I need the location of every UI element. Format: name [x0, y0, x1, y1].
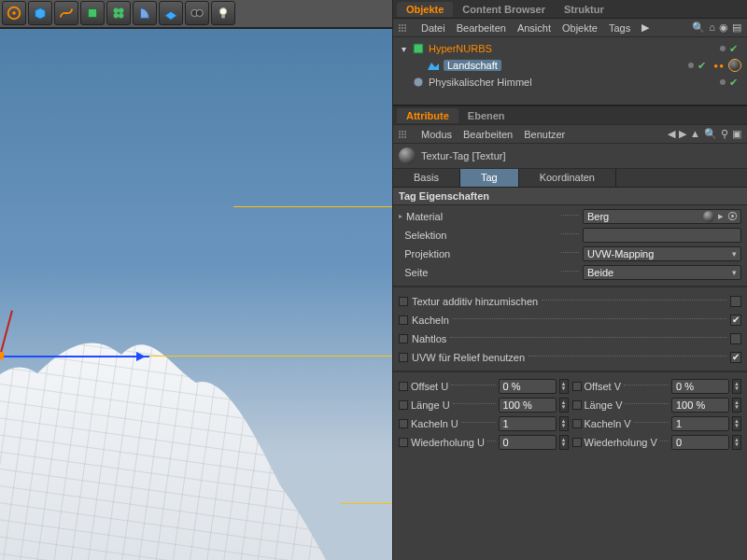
deformer-button[interactable]: [133, 1, 157, 25]
tree-label[interactable]: Physikalischer Himmel: [429, 77, 559, 88]
menu-user[interactable]: Benutzer: [524, 129, 565, 140]
anim-checkbox[interactable]: [572, 438, 582, 447]
anim-checkbox[interactable]: [572, 419, 582, 428]
rep-v-field[interactable]: 0: [671, 435, 729, 450]
spinner[interactable]: ▲▼: [559, 379, 569, 394]
spinner[interactable]: ▲▼: [732, 435, 741, 450]
rep-u-field[interactable]: 0: [499, 435, 557, 450]
anim-checkbox[interactable]: [399, 419, 408, 428]
object-tree[interactable]: ▾ HyperNURBS ✔ Landschaft ✔ ●● Physikali…: [393, 37, 747, 105]
search-icon[interactable]: 🔍: [704, 128, 717, 140]
spinner[interactable]: ▲▼: [732, 379, 741, 394]
material-picker-icon[interactable]: ▸: [716, 210, 726, 222]
anim-checkbox[interactable]: [399, 353, 408, 362]
length-u-field[interactable]: 100 %: [499, 398, 557, 413]
tile-checkbox[interactable]: ✔: [730, 315, 741, 326]
menu-edit[interactable]: Bearbeiten: [457, 22, 506, 34]
axis-gizmo-x[interactable]: [0, 356, 149, 357]
svg-rect-10: [221, 15, 225, 19]
anim-checkbox[interactable]: [399, 297, 408, 306]
search-icon[interactable]: 🔍: [692, 21, 705, 34]
offset-v-field[interactable]: 0 %: [671, 379, 729, 394]
tree-label[interactable]: Landschaft: [444, 60, 501, 71]
tab-attribute[interactable]: Attribute: [397, 108, 458, 123]
spinner[interactable]: ▲▼: [732, 398, 741, 413]
nurbs-button[interactable]: [80, 1, 105, 25]
enable-check-icon[interactable]: ✔: [698, 60, 706, 72]
selection-field[interactable]: [583, 228, 741, 243]
tile-v-field[interactable]: 1: [671, 416, 729, 431]
panel-drag-handle[interactable]: [399, 24, 408, 32]
seamless-checkbox[interactable]: [730, 333, 741, 344]
cube-primitive-button[interactable]: [28, 1, 52, 25]
home-icon[interactable]: ⌂: [709, 21, 715, 34]
anim-checkbox[interactable]: [572, 400, 582, 410]
anim-checkbox[interactable]: [399, 400, 408, 410]
offset-u-field[interactable]: 0 %: [499, 379, 557, 394]
enable-check-icon[interactable]: ✔: [729, 77, 738, 89]
menu-edit[interactable]: Bearbeiten: [463, 129, 513, 140]
anim-checkbox[interactable]: [399, 334, 408, 343]
spinner[interactable]: ▲▼: [559, 398, 569, 413]
length-v-field[interactable]: 100 %: [671, 398, 729, 413]
new-window-icon[interactable]: ▣: [732, 128, 741, 140]
spinner[interactable]: ▲▼: [559, 435, 569, 450]
label-length-u: Länge U: [411, 399, 450, 411]
anim-checkbox[interactable]: [399, 438, 408, 447]
side-dropdown[interactable]: Beide: [583, 265, 741, 280]
menu-file[interactable]: Datei: [421, 22, 445, 34]
menu-objects[interactable]: Objekte: [562, 22, 598, 34]
visibility-dot[interactable]: [720, 46, 726, 51]
lock-icon[interactable]: ⚲: [721, 128, 728, 140]
projection-dropdown[interactable]: UVW-Mapping: [583, 246, 741, 261]
anim-checkbox[interactable]: [572, 382, 582, 391]
expand-toggle[interactable]: ▾: [399, 44, 408, 54]
texture-tag-icon[interactable]: [728, 59, 741, 72]
floor-button[interactable]: [159, 1, 183, 25]
visibility-dot[interactable]: [720, 79, 726, 85]
svg-point-9: [219, 8, 226, 15]
tile-u-field[interactable]: 1: [499, 416, 557, 431]
tree-row-sky[interactable]: Physikalischer Himmel ✔: [399, 74, 741, 91]
menu-icon[interactable]: ▤: [732, 21, 741, 34]
render-settings-button[interactable]: [2, 1, 26, 25]
label-seamless: Nahtlos: [412, 333, 446, 344]
material-field[interactable]: Berg ▸ ⦿: [583, 209, 741, 224]
array-button[interactable]: [106, 1, 131, 25]
subtab-tag[interactable]: Tag: [460, 169, 519, 187]
visibility-dot[interactable]: [688, 63, 694, 68]
material-goto-icon[interactable]: ⦿: [727, 211, 737, 222]
subtab-basis[interactable]: Basis: [393, 169, 460, 187]
tree-row-landschaft[interactable]: Landschaft ✔ ●●: [399, 57, 741, 74]
eye-icon[interactable]: ◉: [719, 21, 728, 34]
tree-row-hypernurbs[interactable]: ▾ HyperNURBS ✔: [399, 40, 741, 57]
tree-label[interactable]: HyperNURBS: [429, 43, 559, 54]
light-button[interactable]: [211, 1, 235, 25]
menu-overflow-icon[interactable]: ▶: [641, 21, 649, 34]
nav-fwd-icon[interactable]: ▶: [679, 128, 686, 140]
additive-checkbox[interactable]: [730, 296, 741, 307]
relief-checkbox[interactable]: ✔: [730, 352, 741, 363]
panel-drag-handle[interactable]: [399, 131, 408, 138]
axis-gizmo-origin[interactable]: [0, 352, 4, 359]
anim-checkbox[interactable]: [399, 382, 408, 391]
spinner[interactable]: ▲▼: [732, 416, 741, 431]
spinner[interactable]: ▲▼: [559, 416, 569, 431]
viewport[interactable]: [0, 28, 392, 560]
nav-up-icon[interactable]: ▲: [690, 128, 700, 140]
nav-back-icon[interactable]: ◀: [668, 128, 675, 140]
menu-tags[interactable]: Tags: [609, 22, 630, 34]
anim-checkbox[interactable]: [399, 315, 408, 325]
tab-structure[interactable]: Struktur: [555, 2, 613, 17]
menu-view[interactable]: Ansicht: [517, 22, 551, 34]
tab-objects[interactable]: Objekte: [397, 2, 453, 17]
enable-check-icon[interactable]: ✔: [729, 43, 738, 55]
tab-content-browser[interactable]: Content Browser: [453, 2, 555, 17]
camera-button[interactable]: [185, 1, 209, 25]
material-preview-icon[interactable]: [703, 211, 714, 222]
disclosure-icon[interactable]: ▸: [399, 212, 402, 220]
menu-mode[interactable]: Modus: [421, 129, 452, 140]
tab-layers[interactable]: Ebenen: [458, 108, 514, 123]
spline-button[interactable]: [54, 1, 78, 25]
subtab-coords[interactable]: Koordinaten: [519, 169, 616, 187]
